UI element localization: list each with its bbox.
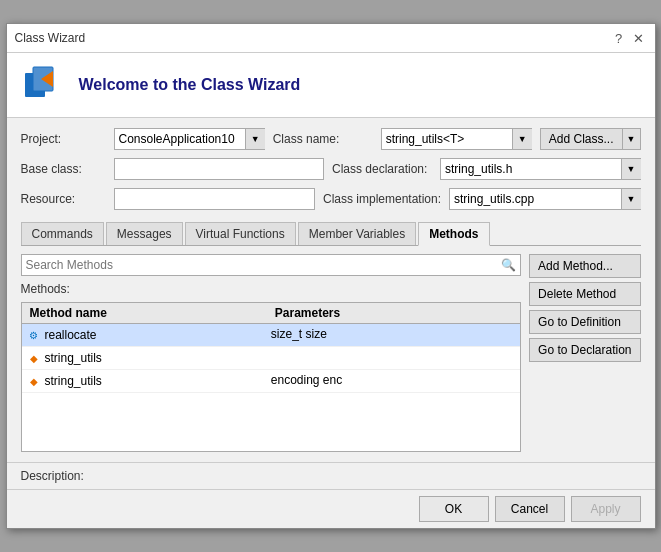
right-panel: Add Method... Delete Method Go to Defini…: [529, 254, 640, 452]
left-panel: 🔍 Methods: Method name Parameters ⚙ real…: [21, 254, 522, 452]
add-class-btn-row: Add Class... ▼: [540, 128, 641, 150]
table-row[interactable]: ◆ string_utils: [22, 347, 521, 370]
method-name: reallocate: [45, 328, 97, 342]
help-button[interactable]: ?: [611, 30, 627, 46]
delete-method-button[interactable]: Delete Method: [529, 282, 640, 306]
wizard-icon: [23, 65, 63, 105]
methods-section-label: Methods:: [21, 282, 522, 296]
go-to-definition-button[interactable]: Go to Definition: [529, 310, 640, 334]
project-combo[interactable]: ConsoleApplication10: [114, 128, 265, 150]
method-params: [267, 349, 516, 367]
tab-commands[interactable]: Commands: [21, 222, 104, 245]
methods-table: Method name Parameters ⚙ reallocate size…: [21, 302, 522, 452]
table-header: Method name Parameters: [22, 303, 521, 324]
method-cell: ◆ string_utils: [26, 372, 267, 390]
description-label: Description:: [21, 469, 84, 483]
apply-button[interactable]: Apply: [571, 496, 641, 522]
method-params: encoding enc: [267, 372, 516, 390]
col-header-method: Method name: [26, 305, 271, 321]
baseclass-input[interactable]: [114, 158, 325, 180]
cancel-button[interactable]: Cancel: [495, 496, 565, 522]
tabs-row: Commands Messages Virtual Functions Memb…: [21, 222, 641, 246]
ok-button[interactable]: OK: [419, 496, 489, 522]
baseclass-row: Base class: Class declaration: string_ut…: [21, 158, 641, 180]
method-name: string_utils: [45, 351, 102, 365]
method-cell: ◆ string_utils: [26, 349, 267, 367]
tab-virtual-functions[interactable]: Virtual Functions: [185, 222, 296, 245]
footer: OK Cancel Apply: [7, 489, 655, 528]
go-to-declaration-button[interactable]: Go to Declaration: [529, 338, 640, 362]
resource-input[interactable]: [114, 188, 315, 210]
wizard-header: Welcome to the Class Wizard: [7, 53, 655, 118]
table-row[interactable]: ◆ string_utils encoding enc: [22, 370, 521, 393]
tab-messages[interactable]: Messages: [106, 222, 183, 245]
main-area: 🔍 Methods: Method name Parameters ⚙ real…: [21, 254, 641, 452]
classimpl-combo-wrap: string_utils.cpp ▼: [449, 188, 640, 210]
classname-label: Class name:: [273, 132, 373, 146]
search-wrap: 🔍: [21, 254, 522, 276]
project-row: Project: ConsoleApplication10 ▼ Class na…: [21, 128, 641, 150]
resource-row: Resource: Class implementation: string_u…: [21, 188, 641, 210]
content-area: Project: ConsoleApplication10 ▼ Class na…: [7, 118, 655, 462]
method-icon-blue: ⚙: [26, 327, 42, 343]
method-params: size_t size: [267, 326, 516, 344]
project-label: Project:: [21, 132, 106, 146]
project-combo-wrap: ConsoleApplication10 ▼: [114, 128, 265, 150]
method-name: string_utils: [45, 374, 102, 388]
search-input[interactable]: [22, 256, 498, 274]
tab-member-variables[interactable]: Member Variables: [298, 222, 416, 245]
add-class-dropdown-arrow[interactable]: ▼: [623, 128, 641, 150]
tab-methods[interactable]: Methods: [418, 222, 489, 246]
add-class-button[interactable]: Add Class...: [540, 128, 623, 150]
search-icon: 🔍: [497, 258, 520, 272]
method-cell: ⚙ reallocate: [26, 326, 267, 344]
title-bar-buttons: ? ✕: [611, 30, 647, 46]
wizard-title: Welcome to the Class Wizard: [79, 76, 301, 94]
classdecl-label: Class declaration:: [332, 162, 432, 176]
class-wizard-dialog: Class Wizard ? ✕ Welcome to the Class Wi…: [6, 23, 656, 529]
classname-combo-wrap: string_utils<T> ▼: [381, 128, 532, 150]
description-row: Description:: [7, 462, 655, 489]
classname-combo[interactable]: string_utils<T>: [381, 128, 532, 150]
table-row[interactable]: ⚙ reallocate size_t size: [22, 324, 521, 347]
resource-label: Resource:: [21, 192, 106, 206]
title-bar-left: Class Wizard: [15, 31, 86, 45]
classimpl-label: Class implementation:: [323, 192, 441, 206]
classdecl-combo-wrap: string_utils.h ▼: [440, 158, 641, 180]
close-button[interactable]: ✕: [631, 30, 647, 46]
title-bar: Class Wizard ? ✕: [7, 24, 655, 53]
method-icon-orange: ◆: [26, 373, 42, 389]
classimpl-combo[interactable]: string_utils.cpp: [449, 188, 640, 210]
col-header-params: Parameters: [271, 305, 516, 321]
method-icon-orange: ◆: [26, 350, 42, 366]
add-method-button[interactable]: Add Method...: [529, 254, 640, 278]
dialog-title: Class Wizard: [15, 31, 86, 45]
classdecl-combo[interactable]: string_utils.h: [440, 158, 641, 180]
baseclass-label: Base class:: [21, 162, 106, 176]
